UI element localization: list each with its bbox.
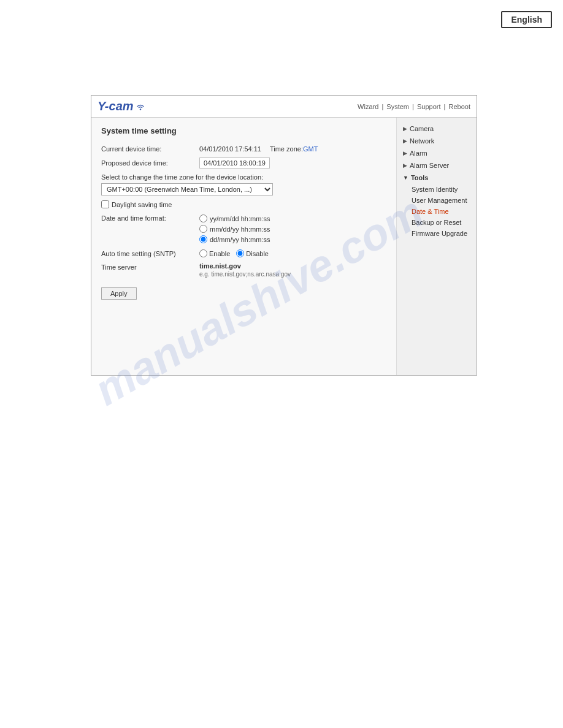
sidebar-backup-reset[interactable]: Backup or Reset [407, 217, 477, 228]
timezone-select[interactable]: GMT+00:00 (Greenwich Mean Time, London, … [101, 183, 273, 195]
apply-button[interactable]: Apply [101, 287, 137, 300]
logo-text: Y-cam [98, 99, 134, 113]
current-time-value: 04/01/2010 17:54:11 [199, 145, 261, 153]
sidebar-alarm-label: Alarm [410, 150, 427, 157]
sntp-row: Auto time setting (SNTP) Enable Disable [101, 249, 386, 257]
logo: Y-cam [98, 99, 146, 113]
format-label-2: mm/dd/yy hh:mm:ss [210, 226, 270, 233]
time-server-value: time.nist.gov [199, 262, 291, 270]
wifi-icon [135, 103, 146, 110]
sntp-disable-label: Disable [246, 250, 269, 257]
format-radio-2[interactable] [199, 225, 207, 233]
sntp-enable-label: Enable [209, 250, 230, 257]
time-server-content: time.nist.gov e.g. time.nist.gov;ns.arc.… [199, 262, 291, 278]
format-option-1: yy/mm/dd hh:mm:ss [199, 214, 270, 222]
daylight-saving-row: Daylight saving time [101, 200, 386, 208]
nav-reboot[interactable]: Reboot [449, 103, 470, 110]
alarm-server-arrow-icon: ▶ [403, 162, 407, 169]
sidebar-date-time[interactable]: Date & Time [407, 206, 477, 217]
sntp-label: Auto time setting (SNTP) [101, 250, 199, 257]
format-radio-3[interactable] [199, 235, 207, 243]
english-button[interactable]: English [501, 11, 552, 28]
camera-arrow-icon: ▶ [403, 126, 407, 132]
page-title: System time setting [101, 126, 386, 135]
current-time-label: Current device time: [101, 145, 199, 153]
sidebar-camera-label: Camera [410, 125, 434, 132]
sidebar-item-alarm-server[interactable]: ▶ Alarm Server [397, 159, 477, 172]
body-layout: System time setting Current device time:… [91, 118, 477, 375]
sntp-disable-radio[interactable] [236, 249, 244, 257]
header-bar: Y-cam Wizard | System | Support | Reboot [91, 96, 477, 118]
sntp-options: Enable Disable [199, 249, 269, 257]
sidebar-alarm-server-label: Alarm Server [410, 162, 449, 169]
daylight-saving-checkbox[interactable] [101, 200, 109, 208]
ui-container: Y-cam Wizard | System | Support | Reboot… [91, 95, 477, 376]
select-timezone-row: Select to change the time zone for the d… [101, 173, 386, 195]
daylight-saving-label: Daylight saving time [112, 201, 172, 208]
svg-point-0 [139, 108, 140, 110]
proposed-time-label: Proposed device time: [101, 159, 199, 167]
alarm-arrow-icon: ▶ [403, 150, 407, 156]
sidebar: ▶ Camera ▶ Network ▶ Alarm ▶ Alarm Serve… [397, 118, 477, 375]
format-option-3: dd/mm/yy hh:mm:ss [199, 235, 270, 243]
date-format-label: Date and time format: [101, 214, 199, 243]
timezone-text-label: Time zone: [270, 145, 303, 153]
format-option-2: mm/dd/yy hh:mm:ss [199, 225, 270, 233]
format-label-3: dd/mm/yy hh:mm:ss [210, 236, 270, 243]
nav-sep3: | [444, 103, 446, 110]
time-server-hint: e.g. time.nist.gov;ns.arc.nasa.gov [199, 271, 291, 278]
nav-sep1: | [381, 103, 383, 110]
network-arrow-icon: ▶ [403, 138, 407, 144]
time-server-label: Time server [101, 262, 199, 271]
format-label-1: yy/mm/dd hh:mm:ss [210, 215, 270, 222]
radio-options: yy/mm/dd hh:mm:ss mm/dd/yy hh:mm:ss dd/m… [199, 214, 270, 243]
select-timezone-label: Select to change the time zone for the d… [101, 173, 386, 181]
sidebar-tools-submenu: System Identity User Management Date & T… [397, 184, 477, 239]
sidebar-item-tools[interactable]: ▼ Tools [397, 172, 477, 184]
nav-support[interactable]: Support [417, 103, 441, 110]
nav-wizard[interactable]: Wizard [358, 103, 378, 110]
sidebar-network-label: Network [410, 137, 434, 145]
main-content: System time setting Current device time:… [91, 118, 397, 375]
proposed-time-value: 04/01/2010 18:00:19 [199, 157, 270, 169]
tools-arrow-icon: ▼ [403, 175, 408, 181]
timezone-label: Time zone:GMT [270, 145, 318, 153]
sntp-enable-radio[interactable] [199, 249, 207, 257]
sidebar-firmware-upgrade[interactable]: Firmware Upgrade [407, 228, 477, 239]
current-time-row: Current device time: 04/01/2010 17:54:11… [101, 145, 386, 153]
sidebar-item-camera[interactable]: ▶ Camera [397, 123, 477, 135]
sidebar-system-identity[interactable]: System Identity [407, 184, 477, 195]
sntp-enable-option: Enable [199, 249, 230, 257]
date-format-section: Date and time format: yy/mm/dd hh:mm:ss … [101, 214, 386, 243]
proposed-time-row: Proposed device time: 04/01/2010 18:00:1… [101, 157, 386, 169]
nav-links: Wizard | System | Support | Reboot [358, 103, 470, 110]
format-radio-1[interactable] [199, 214, 207, 222]
nav-system[interactable]: System [386, 103, 409, 110]
apply-btn-container: Apply [101, 287, 386, 300]
nav-sep2: | [412, 103, 414, 110]
sidebar-user-management[interactable]: User Management [407, 195, 477, 206]
sidebar-item-alarm[interactable]: ▶ Alarm [397, 147, 477, 159]
sntp-disable-option: Disable [236, 249, 269, 257]
sidebar-item-network[interactable]: ▶ Network [397, 135, 477, 147]
timezone-value: GMT [303, 145, 318, 153]
sidebar-tools-label: Tools [411, 174, 429, 181]
time-server-row: Time server time.nist.gov e.g. time.nist… [101, 262, 386, 278]
